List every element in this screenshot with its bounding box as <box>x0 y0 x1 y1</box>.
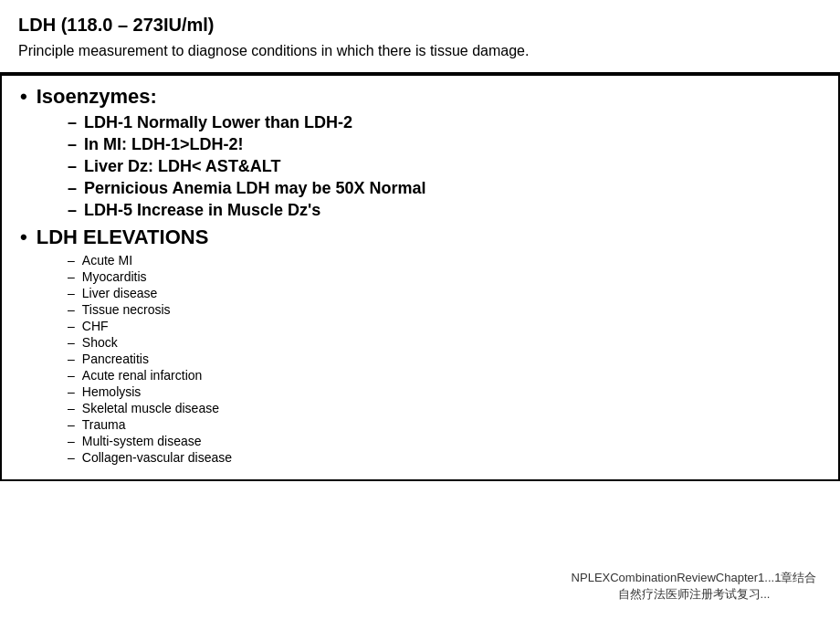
elev-text-2: Myocarditis <box>82 269 147 284</box>
elevation-item-12: – Multi-system disease <box>68 434 820 448</box>
sub-item-text-1: LDH-1 Normally Lower than LDH-2 <box>84 113 352 132</box>
dash-5: – <box>68 201 77 220</box>
elevations-section: • LDH ELEVATIONS – Acute MI – Myocarditi… <box>20 226 820 465</box>
sub-item-2: – In MI: LDH-1>LDH-2! <box>68 135 820 154</box>
elev-dash-9: – <box>68 384 75 399</box>
elevation-list: – Acute MI – Myocarditis – Liver disease… <box>68 253 820 465</box>
elevation-item-7: – Pancreatitis <box>68 352 820 366</box>
elev-text-5: CHF <box>82 319 109 333</box>
elev-dash-12: – <box>68 434 75 448</box>
elevation-item-10: – Skeletal muscle disease <box>68 401 820 415</box>
sub-item-1: – LDH-1 Normally Lower than LDH-2 <box>68 113 820 132</box>
elev-text-9: Hemolysis <box>82 384 142 399</box>
elev-text-13: Collagen-vascular disease <box>82 450 232 465</box>
sub-item-3: – Liver Dz: LDH< AST&ALT <box>68 157 820 176</box>
elev-dash-1: – <box>68 253 75 268</box>
elev-dash-7: – <box>68 352 75 366</box>
bullet-dot-1: • <box>20 85 27 109</box>
isoenzymes-section: • Isoenzymes: – LDH-1 Normally Lower tha… <box>20 85 820 219</box>
elev-text-11: Trauma <box>82 417 126 432</box>
elev-text-4: Tissue necrosis <box>82 302 171 317</box>
dash-1: – <box>68 113 77 132</box>
elev-dash-10: – <box>68 401 75 415</box>
elev-dash-6: – <box>68 335 75 350</box>
elev-text-3: Liver disease <box>82 286 158 300</box>
sub-item-text-4: Pernicious Anemia LDH may be 50X Normal <box>84 179 425 198</box>
elevation-item-1: – Acute MI <box>68 253 820 268</box>
elev-text-12: Multi-system disease <box>82 434 202 448</box>
elev-text-10: Skeletal muscle disease <box>82 401 219 415</box>
header-description: Principle measurement to diagnose condit… <box>18 41 822 61</box>
dash-4: – <box>68 179 77 198</box>
isoenzymes-sublist: – LDH-1 Normally Lower than LDH-2 – In M… <box>68 113 820 220</box>
main-section: • Isoenzymes: – LDH-1 Normally Lower tha… <box>0 74 840 481</box>
elev-text-1: Acute MI <box>82 253 132 268</box>
elevation-item-6: – Shock <box>68 335 820 350</box>
header-title: LDH (118.0 – 273IU/ml) <box>18 15 822 36</box>
sub-item-text-5: LDH-5 Increase in Muscle Dz's <box>84 201 320 220</box>
elev-dash-8: – <box>68 368 75 383</box>
elevation-item-8: – Acute renal infarction <box>68 368 820 383</box>
sub-item-text-3: Liver Dz: LDH< AST&ALT <box>84 157 281 176</box>
elev-text-8: Acute renal infarction <box>82 368 203 383</box>
elevations-bullet: • LDH ELEVATIONS <box>20 226 820 249</box>
elev-dash-13: – <box>68 450 75 465</box>
elevation-item-13: – Collagen-vascular disease <box>68 450 820 465</box>
elev-dash-11: – <box>68 417 75 432</box>
elevation-item-3: – Liver disease <box>68 286 820 300</box>
header-section: LDH (118.0 – 273IU/ml) Principle measure… <box>0 0 840 74</box>
elev-text-6: Shock <box>82 335 118 350</box>
elev-dash-4: – <box>68 302 75 317</box>
elevation-item-9: – Hemolysis <box>68 384 820 399</box>
sub-item-text-2: In MI: LDH-1>LDH-2! <box>84 135 244 154</box>
bullet-dot-2: • <box>20 226 27 249</box>
elevation-item-2: – Myocarditis <box>68 269 820 284</box>
dash-2: – <box>68 135 77 154</box>
elevation-item-5: – CHF <box>68 319 820 333</box>
elevations-label: LDH ELEVATIONS <box>37 226 209 249</box>
isoenzymes-bullet: • Isoenzymes: <box>20 85 820 109</box>
elev-dash-2: – <box>68 269 75 284</box>
footer-note: NPLEXCombinationReviewChapter1...1章结合自然疗… <box>566 570 822 603</box>
sub-item-5: – LDH-5 Increase in Muscle Dz's <box>68 201 820 220</box>
elevation-item-4: – Tissue necrosis <box>68 302 820 317</box>
isoenzymes-label: Isoenzymes: <box>37 85 157 109</box>
elevation-item-11: – Trauma <box>68 417 820 432</box>
elev-text-7: Pancreatitis <box>82 352 149 366</box>
dash-3: – <box>68 157 77 176</box>
elev-dash-5: – <box>68 319 75 333</box>
sub-item-4: – Pernicious Anemia LDH may be 50X Norma… <box>68 179 820 198</box>
elev-dash-3: – <box>68 286 75 300</box>
